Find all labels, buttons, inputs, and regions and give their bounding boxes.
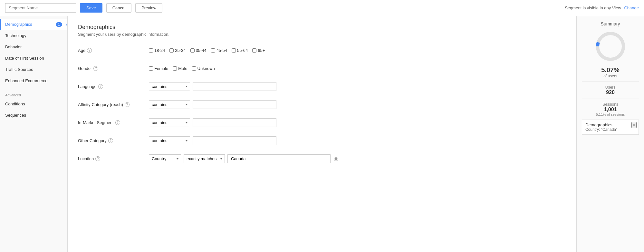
gender-help-icon[interactable]: ?	[93, 66, 98, 71]
summary-divider2	[582, 99, 639, 99]
sidebar-item-date-of-first-session[interactable]: Date of First Session	[0, 53, 67, 64]
affinity-row: Affinity Category (reach) ? contains exa…	[78, 99, 566, 110]
summary-panel: Summary 5.07% of users Users 920 Session…	[576, 16, 644, 252]
sidebar-item-label: Conditions	[5, 102, 25, 106]
sidebar-item-enhanced-ecommerce[interactable]: Enhanced Ecommerce	[0, 75, 67, 86]
main-layout: Demographics 1 › Technology Behavior Dat…	[0, 16, 644, 252]
affinity-fields: contains exactly matches	[149, 100, 276, 109]
location-input[interactable]	[227, 154, 331, 163]
inmarket-input[interactable]	[193, 118, 276, 127]
summary-title: Summary	[582, 21, 639, 26]
inmarket-fields: contains exactly matches	[149, 118, 276, 127]
age-row: Age ? 18-24 25-34 35-44 45-54 55-64	[78, 44, 566, 56]
location-dropdown1[interactable]: Country Region City	[149, 154, 181, 163]
affinity-label: Affinity Category (reach) ?	[78, 102, 149, 107]
age-checkboxes: 18-24 25-34 35-44 45-54 55-64 65+	[149, 48, 265, 53]
summary-segment-detail: Country: "Canada"	[585, 127, 635, 132]
sidebar-item-label: Behavior	[5, 44, 22, 49]
summary-segment-close-button[interactable]: ✕	[631, 122, 637, 128]
language-help-icon[interactable]: ?	[98, 84, 103, 89]
location-label: Location ?	[78, 156, 149, 161]
sidebar-item-conditions[interactable]: Conditions	[0, 98, 67, 110]
change-link[interactable]: Change	[624, 5, 639, 10]
age-45-54[interactable]: 45-54	[211, 48, 227, 53]
age-65plus[interactable]: 65+	[252, 48, 265, 53]
affinity-input[interactable]	[193, 100, 276, 109]
sidebar-item-label: Date of First Session	[5, 56, 44, 61]
other-input[interactable]	[193, 136, 276, 145]
svg-point-0	[598, 34, 623, 59]
summary-percent: 5.07%	[582, 66, 639, 74]
sidebar-item-label: Traffic Sources	[5, 67, 33, 72]
other-dropdown[interactable]: contains exactly matches	[149, 136, 190, 145]
page-subtitle: Segment your users by demographic inform…	[78, 32, 566, 37]
inmarket-dropdown[interactable]: contains exactly matches	[149, 118, 190, 127]
inmarket-help-icon[interactable]: ?	[115, 120, 120, 125]
gender-unknown[interactable]: Unknown	[192, 66, 215, 71]
sidebar-item-label: Sequences	[5, 113, 26, 118]
age-35-44[interactable]: 35-44	[190, 48, 207, 53]
other-category-row: Other Category ? contains exactly matche…	[78, 135, 566, 146]
gender-male[interactable]: Male	[173, 66, 187, 71]
sidebar-item-demographics[interactable]: Demographics 1 ›	[0, 19, 67, 30]
sidebar-item-label: Technology	[5, 33, 26, 38]
content-area: Demographics Segment your users by demog…	[68, 16, 576, 252]
preview-button[interactable]: Preview	[135, 3, 162, 13]
other-help-icon[interactable]: ?	[108, 138, 113, 143]
sidebar-arrow-icon: ›	[65, 21, 67, 28]
sidebar-item-technology[interactable]: Technology	[0, 30, 67, 41]
sidebar-item-label: Demographics	[5, 22, 32, 27]
sidebar-item-behavior[interactable]: Behavior	[0, 41, 67, 53]
location-dropdown2[interactable]: exactly matches contains	[184, 154, 225, 163]
gender-label: Gender ?	[78, 66, 149, 71]
donut-svg	[594, 30, 627, 63]
summary-percent-label: of users	[582, 74, 639, 78]
sidebar-divider	[0, 88, 67, 88]
donut-text: 5.07% of users	[582, 66, 639, 78]
language-dropdown[interactable]: contains exactly matches starts with	[149, 82, 190, 91]
age-label: Age ?	[78, 48, 149, 53]
inmarket-row: In-Market Segment ? contains exactly mat…	[78, 117, 566, 128]
save-button[interactable]: Save	[80, 3, 102, 13]
summary-segment-box: Demographics Country: "Canada" ✕	[582, 120, 639, 135]
location-fields: Country Region City exactly matches cont…	[149, 154, 339, 163]
summary-users: Users 920	[582, 85, 639, 95]
gender-row: Gender ? Female Male Unknown	[78, 63, 566, 74]
other-label: Other Category ?	[78, 138, 149, 143]
language-row: Language ? contains exactly matches star…	[78, 81, 566, 92]
language-fields: contains exactly matches starts with	[149, 82, 276, 91]
gender-checkboxes: Female Male Unknown	[149, 66, 215, 71]
affinity-dropdown[interactable]: contains exactly matches	[149, 100, 190, 109]
language-input[interactable]	[193, 82, 276, 91]
age-55-64[interactable]: 55-64	[232, 48, 248, 53]
sidebar-item-label: Enhanced Ecommerce	[5, 78, 48, 83]
language-label: Language ?	[78, 84, 149, 89]
age-help-icon[interactable]: ?	[87, 48, 92, 53]
sidebar-item-traffic-sources[interactable]: Traffic Sources	[0, 64, 67, 75]
cancel-button[interactable]: Cancel	[106, 3, 131, 13]
inmarket-label: In-Market Segment ?	[78, 120, 149, 125]
top-bar: Save Cancel Preview Segment is visible i…	[0, 0, 644, 16]
summary-segment-title: Demographics	[585, 122, 635, 127]
location-row: Location ? Country Region City exactly m…	[78, 153, 566, 164]
sidebar-item-sequences[interactable]: Sequences	[0, 110, 67, 121]
summary-divider1	[582, 82, 639, 82]
donut-chart	[582, 30, 639, 63]
page-title: Demographics	[78, 24, 566, 31]
summary-sessions: Sessions 1,001 5.11% of sessions	[582, 102, 639, 116]
gender-female[interactable]: Female	[149, 66, 168, 71]
demographics-badge: 1	[56, 22, 62, 27]
affinity-help-icon[interactable]: ?	[125, 102, 130, 107]
advanced-section-label: Advanced	[0, 89, 67, 98]
location-clear-button[interactable]: ◉	[333, 155, 339, 162]
sidebar: Demographics 1 › Technology Behavior Dat…	[0, 16, 68, 252]
age-18-24[interactable]: 18-24	[149, 48, 165, 53]
visibility-info: Segment is visible in any View Change	[565, 5, 639, 10]
segment-name-input[interactable]	[5, 3, 76, 13]
other-fields: contains exactly matches	[149, 136, 276, 145]
age-25-34[interactable]: 25-34	[169, 48, 186, 53]
location-help-icon[interactable]: ?	[95, 156, 100, 161]
